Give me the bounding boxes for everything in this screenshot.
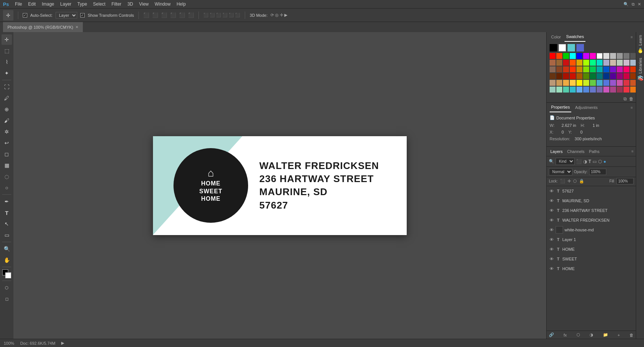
- sw6-r9[interactable]: [603, 87, 609, 93]
- clone-tool[interactable]: ✲: [1, 126, 12, 137]
- layer-eye-maurine[interactable]: 👁: [549, 198, 554, 203]
- sw3-r13[interactable]: [630, 66, 636, 72]
- learn-button[interactable]: 💡 Learn: [637, 35, 643, 53]
- sw5-r2[interactable]: [556, 80, 562, 86]
- sw5-r4[interactable]: [570, 80, 576, 86]
- filter-toggle[interactable]: ●: [603, 159, 606, 164]
- menu-file[interactable]: File: [15, 1, 22, 7]
- shape-tool[interactable]: ▭: [1, 230, 12, 240]
- sw6-r1[interactable]: [550, 87, 556, 93]
- sw-r4[interactable]: [570, 53, 576, 59]
- layers-collapse[interactable]: ≡: [631, 149, 634, 153]
- sw-r7[interactable]: [590, 53, 596, 59]
- menu-filter[interactable]: Filter: [112, 1, 122, 7]
- layer-mask-icon[interactable]: ⬡: [576, 332, 580, 337]
- layer-item-layer1[interactable]: 👁 T Layer 1: [547, 235, 636, 244]
- sw-r1[interactable]: [550, 53, 556, 59]
- tab-paths[interactable]: Paths: [588, 149, 601, 154]
- background-color[interactable]: [5, 272, 11, 278]
- menu-help[interactable]: Help: [176, 1, 186, 7]
- opacity-input[interactable]: [589, 169, 606, 175]
- menu-type[interactable]: Type: [77, 1, 87, 7]
- hand-tool[interactable]: ✋: [1, 255, 12, 265]
- sw2-r8[interactable]: [597, 60, 603, 66]
- sw4-r5[interactable]: [576, 73, 582, 79]
- blend-mode-select[interactable]: Normal: [549, 168, 572, 175]
- sw-r9[interactable]: [603, 53, 609, 59]
- layer-delete-icon[interactable]: 🗑: [629, 333, 634, 337]
- tab-color[interactable]: Color: [550, 32, 562, 42]
- layer-item-home[interactable]: 👁 T HOME: [547, 244, 636, 254]
- sw-r5[interactable]: [576, 53, 582, 59]
- menu-window[interactable]: Window: [155, 1, 171, 7]
- sw-r6[interactable]: [583, 53, 589, 59]
- align-center-icon[interactable]: ⬛: [152, 12, 158, 18]
- gradient-tool[interactable]: ▦: [1, 160, 12, 171]
- sw4-r3[interactable]: [563, 73, 569, 79]
- sw2-r5[interactable]: [576, 60, 582, 66]
- lock-all-icon[interactable]: 🔒: [579, 179, 584, 184]
- sw4-r12[interactable]: [623, 73, 629, 79]
- filter-type-icon[interactable]: T: [588, 159, 591, 164]
- sw6-r5[interactable]: [576, 87, 582, 93]
- sw2-r4[interactable]: [570, 60, 576, 66]
- search-icon[interactable]: 🔍: [623, 2, 629, 7]
- status-arrow[interactable]: ▶: [61, 341, 64, 346]
- menu-edit[interactable]: Edit: [28, 1, 36, 7]
- crop-tool[interactable]: ⛶: [1, 82, 12, 92]
- auto-select-checkbox[interactable]: [23, 13, 27, 18]
- sw2-r3[interactable]: [563, 60, 569, 66]
- sw3-r8[interactable]: [597, 66, 603, 72]
- sw-r11[interactable]: [617, 53, 623, 59]
- layer-item-home2[interactable]: 👁 T HOME: [547, 264, 636, 273]
- sw2-r7[interactable]: [590, 60, 596, 66]
- sw4-r7[interactable]: [590, 73, 596, 79]
- fill-input[interactable]: [616, 178, 634, 184]
- sw6-r11[interactable]: [617, 87, 623, 93]
- sw3-r6[interactable]: [583, 66, 589, 72]
- sw2-r12[interactable]: [623, 60, 629, 66]
- sw3-r11[interactable]: [617, 66, 623, 72]
- sw6-r8[interactable]: [597, 87, 603, 93]
- heal-tool[interactable]: ⊕: [1, 104, 12, 115]
- libraries-button[interactable]: 📚 Libraries: [637, 58, 643, 81]
- swatch-black[interactable]: [550, 44, 557, 51]
- document-tab[interactable]: Photoshop @ 100% (RGB/8/CMYK) ✕: [3, 22, 83, 32]
- sw4-r8[interactable]: [597, 73, 603, 79]
- sw4-r11[interactable]: [617, 73, 623, 79]
- sw4-r10[interactable]: [610, 73, 616, 79]
- sw-r3[interactable]: [563, 53, 569, 59]
- sw6-r10[interactable]: [610, 87, 616, 93]
- filter-pixel-icon[interactable]: ⬛: [576, 159, 582, 164]
- sw5-r13[interactable]: [630, 80, 636, 86]
- sw5-r6[interactable]: [583, 80, 589, 86]
- lock-pixels-icon[interactable]: ⬛: [560, 179, 565, 184]
- layer-item-57627[interactable]: 👁 T 57627: [547, 186, 636, 196]
- quick-mask-tool[interactable]: ⬡: [1, 282, 12, 293]
- layer-link-icon[interactable]: 🔗: [549, 332, 554, 337]
- tab-channels[interactable]: Channels: [566, 149, 586, 154]
- brush-tool[interactable]: 🖌: [1, 115, 12, 126]
- eyedropper-tool[interactable]: 🖊: [1, 93, 12, 103]
- menu-select[interactable]: Select: [93, 1, 105, 7]
- sw6-r13[interactable]: [630, 87, 636, 93]
- sw3-r5[interactable]: [576, 66, 582, 72]
- sw-r10[interactable]: [610, 53, 616, 59]
- sw6-r4[interactable]: [570, 87, 576, 93]
- sw2-r11[interactable]: [617, 60, 623, 66]
- sw2-r9[interactable]: [603, 60, 609, 66]
- sw-r2[interactable]: [556, 53, 562, 59]
- sw-r12[interactable]: [623, 53, 629, 59]
- filter-adjust-icon[interactable]: ◑: [583, 159, 587, 164]
- sw5-r8[interactable]: [597, 80, 603, 86]
- sw4-r6[interactable]: [583, 73, 589, 79]
- sw4-r4[interactable]: [570, 73, 576, 79]
- layer-select[interactable]: Layer: [56, 12, 77, 19]
- tab-layers[interactable]: Layers: [549, 149, 564, 154]
- swatches-copy-icon[interactable]: ⧉: [623, 96, 627, 101]
- sw5-r7[interactable]: [590, 80, 596, 86]
- tab-close-icon[interactable]: ✕: [75, 25, 78, 29]
- layer-item-sweet[interactable]: 👁 T SWEET: [547, 254, 636, 264]
- sw-r8[interactable]: [597, 53, 603, 59]
- layer-adj-icon[interactable]: ◑: [590, 332, 593, 337]
